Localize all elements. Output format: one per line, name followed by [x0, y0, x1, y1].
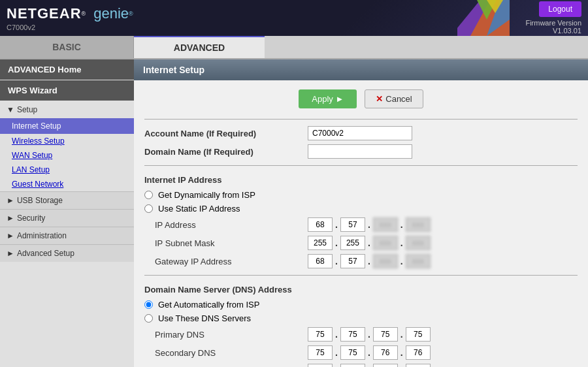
tertiary-dns-fields: . . . — [308, 364, 431, 367]
subnet-dot-3: . — [400, 238, 403, 248]
ip-oct3[interactable] — [373, 217, 398, 232]
advanced-setup-label: Advanced Setup — [17, 249, 74, 258]
tdns-oct3[interactable] — [373, 364, 398, 367]
get-dynamic-label: Get Dynamically from ISP — [158, 190, 255, 200]
subnet-oct1[interactable] — [308, 236, 333, 250]
get-auto-dns-label: Get Automatically from ISP — [158, 300, 259, 310]
ip-oct4[interactable] — [406, 217, 431, 232]
sidebar-item-administration[interactable]: ► Administration — [0, 227, 134, 244]
admin-arrow-icon: ► — [7, 231, 14, 240]
setup-label: Setup — [17, 105, 37, 114]
domain-name-input[interactable] — [308, 144, 412, 159]
sdns-oct1[interactable] — [308, 345, 333, 360]
sidebar-item-wps-wizard[interactable]: WPS Wizard — [0, 80, 134, 101]
pdns-oct1[interactable] — [308, 327, 333, 342]
tertiary-dns-row: Tertiary DNS . . . — [144, 364, 578, 367]
apply-label: Apply ► — [312, 94, 344, 104]
sidebar: ADVANCED Home WPS Wizard ▼ Setup Interne… — [0, 59, 134, 367]
tab-advanced[interactable]: ADVANCED — [134, 36, 265, 58]
account-name-label: Account Name (If Required) — [144, 129, 308, 138]
sidebar-item-usb-storage[interactable]: ► USB Storage — [0, 191, 134, 209]
use-static-radio[interactable] — [144, 204, 153, 213]
cancel-button[interactable]: ✕ Cancel — [365, 89, 423, 108]
content-inner: Apply ► ✕ Cancel Account Name (If Requir… — [134, 80, 588, 367]
tdns-oct1[interactable] — [308, 364, 333, 367]
sdns-oct2[interactable] — [340, 345, 365, 360]
sidebar-item-security[interactable]: ► Security — [0, 209, 134, 227]
sidebar-item-advanced-setup[interactable]: ► Advanced Setup — [0, 244, 134, 262]
primary-dns-fields: . . . — [308, 327, 431, 342]
pdns-oct3[interactable] — [373, 327, 398, 342]
sidebar-item-wireless-setup[interactable]: Wireless Setup — [0, 134, 134, 148]
main-layout: ADVANCED Home WPS Wizard ▼ Setup Interne… — [0, 59, 588, 367]
gw-oct2[interactable] — [340, 254, 365, 268]
subnet-oct3[interactable] — [373, 236, 398, 250]
gw-oct3[interactable] — [373, 254, 398, 268]
content-area: Internet Setup Apply ► ✕ Cancel Account … — [134, 59, 588, 367]
setup-arrow-icon: ▼ — [7, 105, 14, 114]
header-right: Logout Firmware Version V1.03.01 — [525, 1, 581, 35]
gateway-ip-row: Gateway IP Address . . . — [144, 254, 578, 268]
gw-oct4[interactable] — [406, 254, 431, 268]
ip-dot-3: . — [400, 219, 403, 230]
sidebar-setup-header[interactable]: ▼ Setup — [0, 101, 134, 118]
logo: NETGEAR® genie® — [7, 5, 133, 22]
divider-1 — [144, 119, 578, 120]
ip-subnet-label: IP Subnet Mask — [144, 238, 308, 248]
subnet-dot-2: . — [368, 238, 370, 248]
apply-button[interactable]: Apply ► — [299, 89, 357, 108]
firmware-version: V1.03.01 — [553, 27, 581, 35]
domain-name-label: Domain Name (If Required) — [144, 147, 308, 157]
tdns-oct4[interactable] — [406, 364, 431, 367]
usb-arrow-icon: ► — [7, 196, 14, 205]
ip-oct1[interactable] — [308, 217, 333, 232]
usb-label: USB Storage — [17, 196, 63, 205]
tabs: BASIC ADVANCED — [0, 36, 588, 59]
subnet-oct4[interactable] — [406, 236, 431, 250]
pdns-dot-1: . — [335, 329, 338, 340]
account-name-input[interactable] — [308, 126, 412, 140]
header-left: NETGEAR® genie® C7000v2 — [7, 5, 133, 31]
cancel-label: Cancel — [385, 94, 412, 104]
sidebar-item-internet-setup[interactable]: Internet Setup — [0, 118, 134, 134]
primary-dns-row: Primary DNS . . . — [144, 327, 578, 342]
genie-registered-mark: ® — [129, 10, 133, 17]
sdns-oct3[interactable] — [373, 345, 398, 360]
tdns-oct2[interactable] — [340, 364, 365, 367]
sidebar-item-advanced-home[interactable]: ADVANCED Home — [0, 59, 134, 80]
pdns-dot-3: . — [400, 329, 403, 340]
use-these-dns-label: Use These DNS Servers — [158, 313, 251, 323]
logout-button[interactable]: Logout — [539, 1, 581, 17]
get-auto-dns-radio[interactable] — [144, 300, 153, 309]
advanced-setup-arrow-icon: ► — [7, 249, 14, 258]
gw-oct1[interactable] — [308, 254, 333, 268]
page-title: Internet Setup — [134, 59, 588, 80]
secondary-dns-fields: . . . — [308, 345, 431, 360]
security-label: Security — [17, 214, 45, 223]
sidebar-item-guest-network[interactable]: Guest Network — [0, 177, 134, 191]
sdns-dot-2: . — [368, 347, 370, 358]
secondary-dns-row: Secondary DNS . . . — [144, 345, 578, 360]
ip-subnet-fields: . . . — [308, 236, 431, 250]
ip-address-label: IP Address — [144, 220, 308, 230]
header-decoration — [457, 0, 510, 36]
header: NETGEAR® genie® C7000v2 Logout Firmware … — [0, 0, 588, 36]
account-name-row: Account Name (If Required) — [144, 126, 578, 140]
use-these-dns-radio[interactable] — [144, 314, 153, 323]
gateway-ip-label: Gateway IP Address — [144, 257, 308, 266]
internet-ip-section-title: Internet IP Address — [144, 175, 578, 185]
sdns-oct4[interactable] — [406, 345, 431, 360]
ip-oct2[interactable] — [340, 217, 365, 232]
tab-basic[interactable]: BASIC — [0, 36, 134, 58]
get-dynamic-radio[interactable] — [144, 191, 153, 199]
subnet-oct2[interactable] — [340, 236, 365, 250]
pdns-oct2[interactable] — [340, 327, 365, 342]
gateway-ip-fields: . . . — [308, 254, 431, 268]
sidebar-item-lan-setup[interactable]: LAN Setup — [0, 163, 134, 177]
action-bar: Apply ► ✕ Cancel — [144, 89, 578, 108]
dns-section-title: Domain Name Server (DNS) Address — [144, 285, 578, 295]
gw-dot-2: . — [368, 256, 370, 266]
divider-2 — [144, 165, 578, 166]
pdns-oct4[interactable] — [406, 327, 431, 342]
sidebar-item-wan-setup[interactable]: WAN Setup — [0, 148, 134, 163]
